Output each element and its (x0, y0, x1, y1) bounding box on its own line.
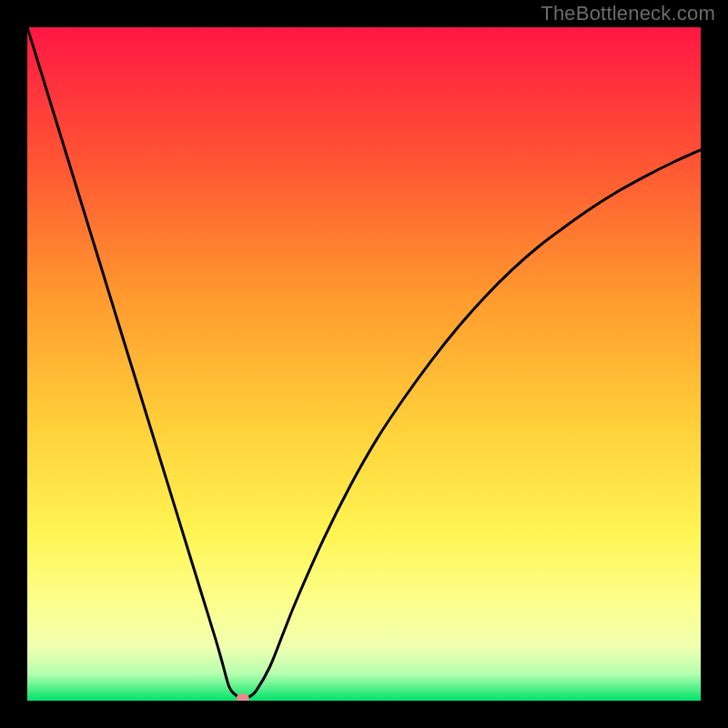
gradient-background (27, 27, 701, 701)
chart-frame: TheBottleneck.com (0, 0, 728, 728)
chart-svg (27, 27, 701, 701)
watermark-text: TheBottleneck.com (541, 2, 715, 25)
plot-area (27, 27, 701, 701)
